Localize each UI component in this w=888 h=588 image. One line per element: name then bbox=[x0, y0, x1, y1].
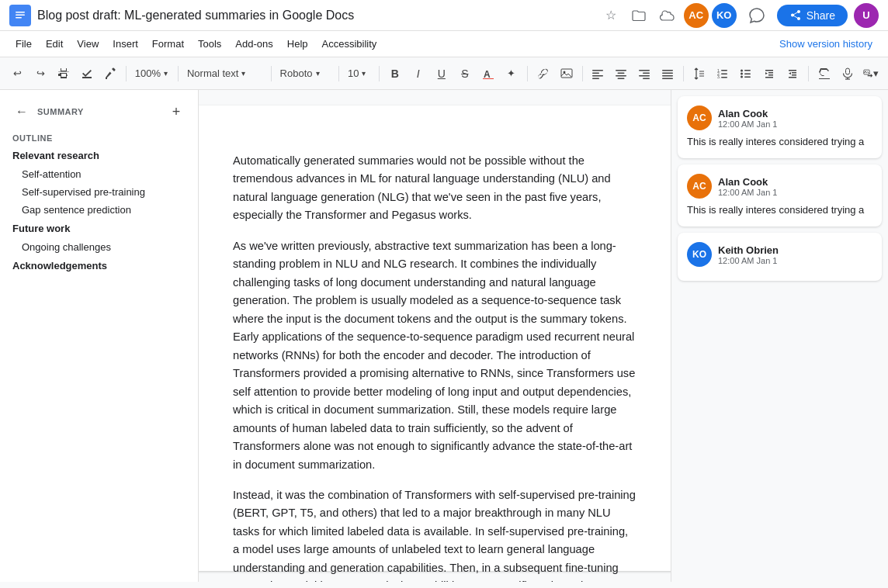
outline-item-future-work[interactable]: Future work bbox=[0, 219, 198, 238]
svg-rect-25 bbox=[721, 70, 727, 71]
svg-rect-14 bbox=[616, 75, 626, 77]
version-history-link[interactable]: Show version history bbox=[773, 35, 879, 53]
font-family-select[interactable]: Roboto ▾ bbox=[276, 63, 335, 85]
line-spacing-button[interactable] bbox=[689, 63, 710, 85]
svg-rect-19 bbox=[643, 78, 650, 79]
menu-view[interactable]: View bbox=[71, 35, 105, 53]
comment-header-3: KO Keith Obrien 12:00 AM Jan 1 bbox=[687, 242, 872, 267]
cloud-icon[interactable] bbox=[656, 5, 678, 26]
sidebar: ← SUMMARY + OUTLINE Relevant research Se… bbox=[0, 90, 199, 582]
clear-formatting-button[interactable] bbox=[813, 63, 835, 85]
comment-author-1: Alan Cook bbox=[718, 108, 777, 119]
outline-item-self-attention[interactable]: Self-attention bbox=[0, 165, 198, 183]
numbered-list-button[interactable]: 1.2.3. bbox=[712, 63, 734, 85]
comment-icon-btn[interactable] bbox=[743, 2, 771, 29]
main-layout: ← SUMMARY + OUTLINE Relevant research Se… bbox=[0, 90, 888, 582]
menu-format[interactable]: Format bbox=[146, 35, 190, 53]
avatar-alan[interactable]: AC bbox=[684, 3, 709, 28]
menu-addons[interactable]: Add-ons bbox=[229, 35, 279, 53]
font-size-arrow: ▾ bbox=[362, 69, 366, 78]
paint-format-button[interactable] bbox=[99, 63, 121, 85]
collaborator-avatars: AC KO bbox=[684, 3, 737, 28]
avatar-keith[interactable]: KO bbox=[712, 3, 737, 28]
comment-avatar-2: AC bbox=[687, 174, 712, 199]
highlight-button[interactable]: ✦ bbox=[501, 63, 522, 85]
title-bar: Blog post draft: ML-generated summaries … bbox=[0, 0, 888, 31]
italic-button[interactable]: I bbox=[408, 63, 429, 85]
svg-point-34 bbox=[741, 75, 743, 78]
strikethrough-button[interactable]: S bbox=[454, 63, 476, 85]
bold-button[interactable]: B bbox=[384, 63, 406, 85]
align-left-button[interactable] bbox=[587, 63, 609, 85]
comment-text-2: This is really interes considered trying… bbox=[687, 203, 872, 217]
star-icon[interactable]: ☆ bbox=[600, 5, 622, 26]
menu-file[interactable]: File bbox=[9, 35, 38, 53]
user-avatar[interactable]: U bbox=[854, 3, 879, 28]
outline-item-acknowledgements[interactable]: Acknowledgements bbox=[0, 256, 198, 275]
print-button[interactable] bbox=[53, 63, 75, 85]
comment-header-1: AC Alan Cook 12:00 AM Jan 1 bbox=[687, 105, 872, 130]
spellcheck-button[interactable] bbox=[76, 63, 98, 85]
align-center-button[interactable] bbox=[610, 63, 632, 85]
document-page[interactable]: Automatically generated summaries would … bbox=[199, 105, 671, 571]
zoom-select[interactable]: 100% ▾ bbox=[131, 63, 173, 85]
font-size-select[interactable]: 10 ▾ bbox=[344, 63, 374, 85]
align-right-button[interactable] bbox=[633, 63, 655, 85]
outline-item-self-supervised[interactable]: Self-supervised pre-training bbox=[0, 183, 198, 201]
paragraph-1: Automatically generated summaries would … bbox=[233, 152, 637, 225]
comment-header-2: AC Alan Cook 12:00 AM Jan 1 bbox=[687, 174, 872, 199]
comment-avatar-1: AC bbox=[687, 105, 712, 130]
outline-item-relevant-research[interactable]: Relevant research bbox=[0, 146, 198, 165]
link-button[interactable] bbox=[532, 63, 554, 85]
svg-rect-2 bbox=[16, 14, 25, 16]
svg-rect-11 bbox=[592, 78, 599, 79]
redo-button[interactable]: ↪ bbox=[29, 63, 51, 85]
image-button[interactable] bbox=[556, 63, 578, 85]
share-button[interactable]: Share bbox=[777, 5, 848, 26]
menu-help[interactable]: Help bbox=[281, 35, 314, 53]
svg-rect-18 bbox=[639, 75, 650, 77]
svg-rect-12 bbox=[616, 70, 626, 71]
folder-icon[interactable] bbox=[628, 5, 650, 26]
back-button[interactable]: ← bbox=[12, 102, 31, 121]
svg-rect-20 bbox=[662, 70, 673, 71]
svg-rect-3 bbox=[16, 17, 22, 19]
svg-rect-36 bbox=[846, 68, 850, 74]
add-summary-button[interactable]: + bbox=[167, 102, 186, 121]
svg-rect-23 bbox=[662, 78, 673, 79]
underline-button[interactable]: U bbox=[431, 63, 453, 85]
menu-edit[interactable]: Edit bbox=[40, 35, 69, 53]
svg-rect-17 bbox=[643, 72, 650, 74]
svg-point-30 bbox=[741, 69, 743, 71]
menu-tools[interactable]: Tools bbox=[192, 35, 227, 53]
text-color-button[interactable]: A bbox=[477, 63, 499, 85]
comment-author-3: Keith Obrien bbox=[718, 244, 779, 256]
bullet-list-button[interactable] bbox=[735, 63, 757, 85]
comment-time-2: 12:00 AM Jan 1 bbox=[718, 188, 777, 197]
outline-item-gap-sentence[interactable]: Gap sentence prediction bbox=[0, 201, 198, 219]
voice-button[interactable] bbox=[837, 63, 859, 85]
document-area: Automatically generated summaries would … bbox=[199, 90, 671, 582]
svg-rect-13 bbox=[618, 72, 625, 74]
outline-item-ongoing-challenges[interactable]: Ongoing challenges bbox=[0, 238, 198, 256]
comment-card-2[interactable]: AC Alan Cook 12:00 AM Jan 1 This is real… bbox=[678, 164, 882, 227]
comment-card-1[interactable]: AC Alan Cook 12:00 AM Jan 1 This is real… bbox=[678, 96, 882, 158]
align-justify-button[interactable] bbox=[657, 63, 678, 85]
svg-rect-33 bbox=[744, 73, 751, 74]
paragraph-3: Instead, it was the combination of Trans… bbox=[233, 486, 637, 582]
svg-rect-22 bbox=[662, 75, 673, 77]
text-style-select[interactable]: Normal text ▾ bbox=[183, 63, 266, 85]
separator-9 bbox=[808, 66, 809, 81]
separator-7 bbox=[582, 66, 583, 81]
menu-accessibility[interactable]: Accessibility bbox=[316, 35, 383, 53]
document-title: Blog post draft: ML-generated summaries … bbox=[37, 9, 594, 22]
indent-increase-button[interactable] bbox=[782, 63, 803, 85]
comment-card-3[interactable]: KO Keith Obrien 12:00 AM Jan 1 bbox=[678, 233, 882, 281]
undo-button[interactable]: ↩ bbox=[6, 63, 28, 85]
svg-rect-1 bbox=[16, 12, 25, 13]
svg-rect-35 bbox=[744, 76, 751, 78]
indent-decrease-button[interactable] bbox=[758, 63, 780, 85]
comment-time-3: 12:00 AM Jan 1 bbox=[718, 256, 779, 265]
image-options-button[interactable]: ▾ bbox=[860, 63, 882, 85]
menu-insert[interactable]: Insert bbox=[106, 35, 144, 53]
